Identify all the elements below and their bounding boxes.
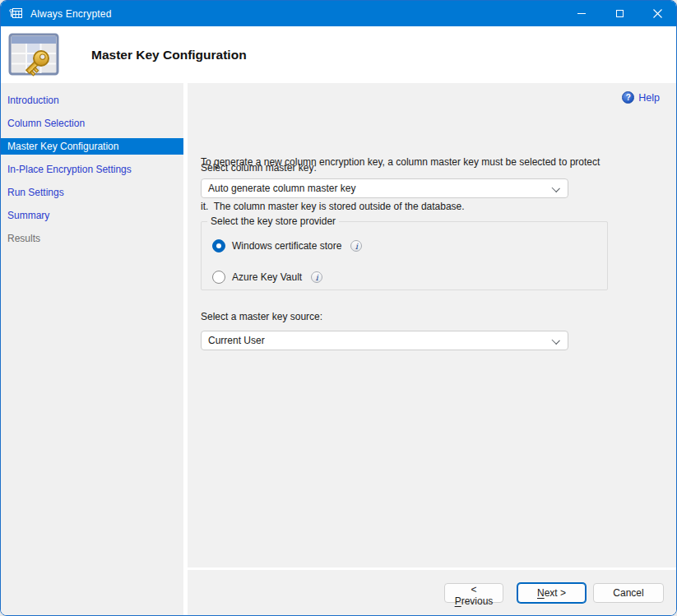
info-icon[interactable]: i [350,240,362,252]
key-source-dropdown-value: Current User [208,335,265,346]
info-icon[interactable]: i [311,271,322,283]
wizard-header: Master Key Configuration [1,26,676,83]
sidebar-item-in-place-encryption-settings[interactable]: In-Place Encryption Settings [1,161,183,178]
wizard-steps-nav: Introduction Column Selection Master Key… [1,83,183,615]
minimize-button[interactable] [563,1,600,26]
footer-bar: < Previous Next > Cancel [188,570,676,615]
master-key-dropdown-value: Auto generate column master key [208,183,355,194]
sidebar-item-results: Results [1,230,183,247]
radio-button-windows-certificate-store[interactable] [212,239,225,252]
radio-option-windows-certificate-store[interactable]: Windows certificate store i [212,239,362,252]
cancel-button[interactable]: Cancel [593,583,664,603]
sidebar-item-master-key-configuration[interactable]: Master Key Configuration [1,138,183,155]
always-encrypted-wizard-window: Always Encrypted [0,0,677,616]
table-key-icon [7,31,60,79]
sidebar-item-column-selection[interactable]: Column Selection [1,115,183,132]
sidebar-item-introduction[interactable]: Introduction [1,92,183,109]
maximize-button[interactable] [600,1,638,26]
next-button[interactable]: Next > [517,583,586,603]
app-icon [9,7,23,20]
title-bar: Always Encrypted [1,1,676,26]
page-title: Master Key Configuration [91,48,247,63]
window-controls [563,1,676,26]
help-label: Help [638,92,660,104]
previous-button[interactable]: < Previous [444,583,503,603]
close-icon [653,9,662,18]
chevron-down-icon [552,336,560,345]
close-button[interactable] [638,1,676,26]
key-source-label: Select a master key source: [201,311,322,322]
master-key-label: Select column master key: [201,162,317,174]
step-content: ? Help To generate a new column encrypti… [188,83,676,567]
sidebar-item-summary[interactable]: Summary [1,207,183,224]
sidebar-item-run-settings[interactable]: Run Settings [1,184,183,201]
chevron-down-icon [552,184,560,192]
maximize-icon [616,10,624,17]
window-title: Always Encrypted [30,8,112,20]
radio-option-azure-key-vault[interactable]: Azure Key Vault i [212,271,322,284]
help-icon: ? [622,91,634,104]
radio-button-azure-key-vault[interactable] [212,271,225,284]
master-key-dropdown[interactable]: Auto generate column master key [201,178,568,198]
minimize-icon [577,13,586,14]
key-store-provider-group: Select the key store provider Windows ce… [201,221,608,290]
help-link[interactable]: ? Help [622,91,660,104]
key-source-dropdown[interactable]: Current User [201,331,568,350]
key-store-provider-legend: Select the key store provider [207,215,339,227]
